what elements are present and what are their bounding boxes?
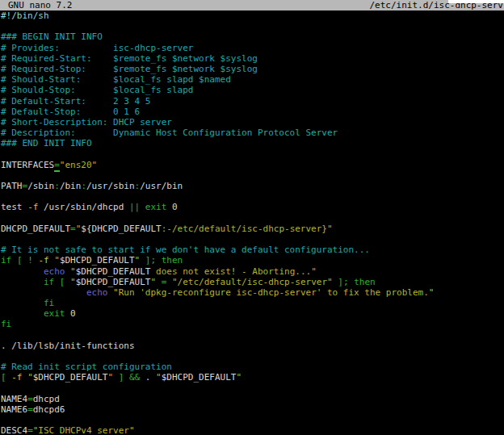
code-segment: "/etc/default/isc-dhcp-server": [172, 277, 333, 287]
code-segment: test: [1, 202, 27, 212]
code-line[interactable]: # Read init script configuration: [0, 362, 504, 372]
code-segment: . /lib/lsb/init-functions: [1, 341, 135, 351]
code-line[interactable]: [0, 170, 504, 181]
code-line[interactable]: # Short-Description: DHCP server: [0, 117, 504, 128]
code-line[interactable]: # Default-Start: 2 3 4 5: [0, 96, 504, 107]
code-line[interactable]: ### END INIT INFO: [0, 138, 504, 148]
code-line[interactable]: NAME4=dhcpd: [0, 394, 504, 404]
code-segment: # It is not safe to start if we don't ha…: [1, 245, 370, 255]
code-line[interactable]: [0, 415, 504, 425]
code-line[interactable]: [0, 21, 504, 31]
code-line[interactable]: # Required-Start: $remote_fs $network $s…: [0, 53, 504, 64]
code-line[interactable]: DHCPD_DEFAULT="${DHCPD_DEFAULT:-/etc/def…: [0, 224, 504, 234]
code-line[interactable]: PATH=/sbin:/bin:/usr/sbin:/usr/bin: [0, 181, 504, 191]
code-segment: INTERFACES: [1, 160, 54, 170]
editor-area[interactable]: #!/bin/sh ### BEGIN INIT INFO# Provides:…: [0, 10, 504, 435]
code-segment: :-/etc/default/isc-dhcp-server}": [162, 224, 333, 234]
code-segment: [1, 298, 44, 308]
code-segment: 0: [166, 202, 177, 212]
code-segment: # Default-Stop: 0 1 6: [1, 107, 140, 117]
code-line[interactable]: DESC4="ISC DHCPv4 server": [0, 425, 504, 435]
code-segment: "ISC DHCPv4 server": [33, 425, 135, 435]
code-line[interactable]: # Description: Dynamic Host Configuratio…: [0, 128, 504, 138]
code-segment: ### BEGIN INIT INFO: [1, 31, 103, 42]
code-segment: # Description: Dynamic Host Configuratio…: [1, 128, 338, 138]
code-segment: [156, 277, 162, 287]
code-line[interactable]: [0, 191, 504, 202]
code-line[interactable]: . /lib/lsb/init-functions: [0, 341, 504, 351]
code-line[interactable]: test -f /usr/sbin/dhcpd || exit 0: [0, 202, 504, 212]
code-segment: ${DHCPD_DEFAULT: [81, 224, 161, 234]
code-segment: # Should-Stop: $local_fs slapd: [1, 85, 193, 95]
code-segment: fi: [44, 298, 54, 308]
code-segment: !: [27, 255, 33, 266]
code-segment: exit: [145, 202, 167, 212]
code-line[interactable]: [ -f "$DHCPD_DEFAULT" ] && . "$DHCPD_DEF…: [0, 372, 504, 383]
code-line[interactable]: # Should-Start: $local_fs slapd $named: [0, 74, 504, 85]
code-line[interactable]: INTERFACES="ens20": [0, 160, 504, 170]
code-line[interactable]: # It is not safe to start if we don't ha…: [0, 245, 504, 255]
code-line[interactable]: # Default-Stop: 0 1 6: [0, 107, 504, 117]
code-line[interactable]: [0, 330, 504, 341]
code-segment: 0: [65, 308, 75, 319]
code-segment: ": [54, 255, 60, 266]
code-segment: $DHCPD_DEFAULT: [33, 372, 108, 383]
code-line[interactable]: echo "Run 'dpkg-reconfigure isc-dhcp-ser…: [0, 287, 504, 298]
code-segment: =: [27, 394, 33, 404]
cursor: =: [54, 160, 60, 172]
code-segment: =: [27, 404, 33, 415]
code-segment: [: [17, 255, 23, 266]
code-line[interactable]: exit 0: [0, 308, 504, 319]
code-segment: # Should-Start: $local_fs slapd $named: [1, 74, 231, 85]
code-line[interactable]: fi: [0, 319, 504, 329]
code-segment: [140, 202, 145, 212]
code-segment: dhcpd6: [33, 404, 65, 415]
code-line[interactable]: if [ ! -f "$DHCPD_DEFAULT" ]; then: [0, 255, 504, 266]
code-segment: NAME6: [1, 404, 27, 415]
code-segment: ];: [338, 277, 348, 287]
code-segment: echo: [86, 287, 108, 298]
code-segment: [11, 255, 17, 266]
code-segment: [54, 277, 60, 287]
code-line[interactable]: fi: [0, 298, 504, 308]
code-segment: $DHCPD_DEFAULT: [76, 266, 151, 277]
code-line[interactable]: ### BEGIN INIT INFO: [0, 31, 504, 42]
code-line[interactable]: # Should-Stop: $local_fs slapd: [0, 85, 504, 95]
code-line[interactable]: NAME6=dhcpd6: [0, 404, 504, 415]
code-line[interactable]: # Required-Stop: $remote_fs $network $sy…: [0, 64, 504, 74]
code-segment: PATH: [1, 181, 23, 191]
code-segment: # Default-Start: 2 3 4 5: [1, 96, 150, 107]
code-line[interactable]: if [ "$DHCPD_DEFAULT" = "/etc/default/is…: [0, 277, 504, 287]
code-segment: NAME4: [1, 394, 27, 404]
code-segment: DHCPD_DEFAULT: [1, 224, 70, 234]
code-line[interactable]: [0, 351, 504, 362]
code-segment: =: [27, 425, 33, 435]
nano-titlebar: GNU nano 7.2 /etc/init.d/isc-dhcp-serv: [0, 0, 504, 10]
code-line[interactable]: #!/bin/sh: [0, 10, 504, 21]
code-segment: [: [1, 372, 6, 383]
code-line[interactable]: [0, 148, 504, 159]
code-line[interactable]: # Provides: isc-dhcp-server: [0, 43, 504, 53]
code-segment: [1, 277, 44, 287]
code-segment: =: [70, 224, 76, 234]
code-segment: .: [140, 372, 156, 383]
code-line[interactable]: echo "$DHCPD_DEFAULT does not exist! - A…: [0, 266, 504, 277]
code-segment: /usr/sbin/dhcpd: [38, 202, 129, 212]
code-segment: does not exist! - Aborting...": [150, 266, 316, 277]
code-segment: if: [1, 255, 11, 266]
code-segment: -f: [38, 255, 48, 266]
code-segment: ||: [129, 202, 140, 212]
code-segment: &&: [129, 372, 140, 383]
code-segment: "Run 'dpkg-reconfigure isc-dhcp-server' …: [113, 287, 434, 298]
code-segment: exit: [44, 308, 65, 319]
code-line[interactable]: [0, 213, 504, 224]
code-line[interactable]: [0, 383, 504, 394]
code-segment: #!/bin/sh: [1, 10, 49, 21]
code-segment: /bin: [60, 181, 82, 191]
code-segment: ": [70, 266, 76, 277]
code-line[interactable]: [0, 234, 504, 245]
code-segment: [1, 266, 44, 277]
code-segment: # Provides: isc-dhcp-server: [1, 43, 193, 53]
code-segment: if: [44, 277, 54, 287]
code-segment: ### END INIT INFO: [1, 138, 92, 148]
